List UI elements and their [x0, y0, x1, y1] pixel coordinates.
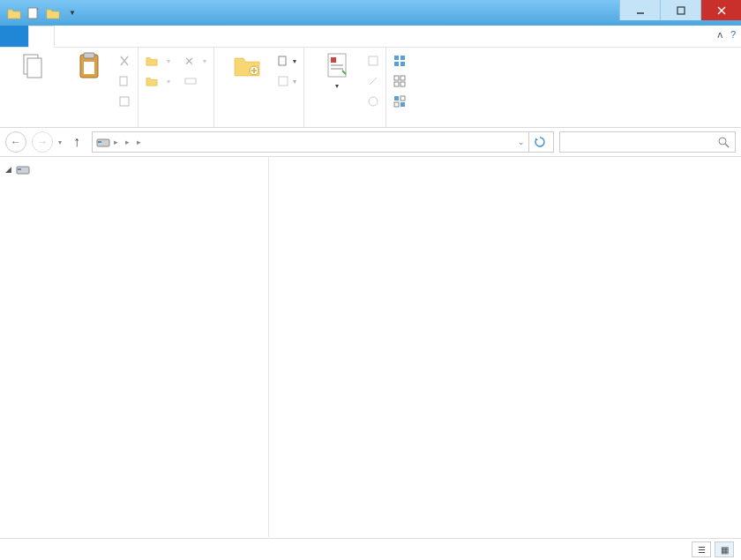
view-switch: ☰ ▦ [692, 541, 734, 557]
svg-rect-10 [120, 77, 127, 86]
collapse-icon[interactable]: ◢ [4, 165, 12, 174]
file-tab[interactable] [0, 26, 28, 47]
svg-point-36 [719, 138, 726, 145]
svg-rect-8 [84, 53, 94, 58]
forward-button[interactable]: → [32, 131, 53, 153]
address-dropdown-icon[interactable]: ⌄ [518, 138, 525, 146]
svg-rect-9 [84, 62, 94, 74]
status-bar: ☰ ▦ [0, 538, 741, 560]
svg-line-37 [725, 144, 729, 147]
move-to-button[interactable]: ▾ [146, 51, 170, 71]
svg-rect-20 [369, 56, 378, 65]
svg-rect-0 [28, 8, 37, 19]
help-icon[interactable]: ? [730, 29, 736, 41]
paste-shortcut-button[interactable] [118, 92, 131, 111]
invert-selection-button[interactable] [393, 92, 410, 111]
search-input[interactable] [559, 131, 736, 153]
copy-button[interactable] [7, 51, 58, 82]
details-view-button[interactable]: ☰ [692, 541, 711, 557]
icons-view-button[interactable]: ▦ [715, 541, 734, 557]
new-group: ▾ ▾ [214, 48, 304, 127]
maximize-button[interactable] [660, 0, 700, 20]
svg-rect-6 [27, 58, 41, 78]
history-button[interactable] [368, 92, 378, 111]
svg-rect-28 [394, 82, 399, 86]
home-tab[interactable] [28, 26, 55, 48]
ribbon-tabs: ʌ ? [0, 26, 741, 48]
chevron-up-icon: ʌ [717, 29, 723, 41]
quick-access-toolbar: ▼ [0, 5, 81, 21]
qat-dropdown-icon[interactable]: ▼ [64, 5, 81, 21]
new-item-button[interactable]: ▾ [278, 51, 296, 71]
titlebar: ▼ [0, 0, 741, 26]
svg-rect-27 [400, 76, 405, 80]
svg-rect-31 [400, 96, 405, 101]
file-pane[interactable] [269, 157, 741, 537]
easy-access-button[interactable]: ▾ [278, 71, 296, 91]
edit-button[interactable] [368, 71, 378, 91]
svg-rect-2 [677, 7, 685, 14]
new-folder-button[interactable] [221, 51, 273, 82]
copy-path-button[interactable] [118, 71, 131, 91]
organize-group: ▾ ▾ ✕▾ [138, 48, 214, 127]
svg-rect-30 [394, 96, 399, 101]
properties-button[interactable]: ▾ [311, 51, 363, 90]
svg-rect-39 [18, 168, 21, 170]
rename-button[interactable] [184, 71, 206, 91]
select-group [386, 48, 417, 127]
drive-icon [96, 136, 110, 148]
refresh-button[interactable] [528, 132, 550, 152]
paste-button[interactable] [64, 51, 115, 82]
folder-tree[interactable]: ◢ [0, 157, 269, 537]
navbar: ← → ▾ ↑ ▸ ▸ ▸ ⌄ [0, 128, 741, 157]
copy-to-button[interactable]: ▾ [146, 71, 170, 91]
svg-rect-33 [400, 102, 405, 107]
delete-button[interactable]: ✕▾ [184, 51, 206, 71]
svg-rect-23 [400, 56, 405, 60]
svg-rect-26 [394, 76, 399, 80]
svg-rect-32 [394, 102, 399, 107]
svg-rect-35 [98, 141, 101, 143]
open-group: ▾ [304, 48, 386, 127]
chevron-right-icon[interactable]: ▸ [137, 138, 141, 146]
minimize-button[interactable] [619, 0, 660, 20]
svg-rect-14 [279, 56, 286, 65]
view-tab[interactable] [79, 26, 104, 47]
svg-rect-15 [279, 77, 288, 86]
back-button[interactable]: ← [5, 131, 26, 153]
ribbon: ▾ ▾ ✕▾ ▾ ▾ [0, 48, 741, 128]
svg-rect-17 [331, 57, 336, 63]
cut-button[interactable] [118, 51, 131, 71]
svg-rect-22 [394, 56, 399, 60]
chevron-right-icon[interactable]: ▸ [125, 138, 130, 146]
window-controls [619, 0, 741, 20]
svg-rect-24 [394, 62, 399, 66]
svg-rect-11 [120, 97, 129, 106]
svg-rect-29 [400, 82, 405, 86]
folder-icon[interactable] [5, 5, 23, 21]
select-none-button[interactable] [393, 71, 410, 91]
chevron-right-icon[interactable]: ▸ [114, 138, 118, 146]
address-bar[interactable]: ▸ ▸ ▸ ⌄ [92, 131, 554, 153]
ribbon-collapse[interactable]: ʌ ? [717, 29, 736, 41]
up-button[interactable]: ↑ [67, 132, 86, 152]
svg-rect-12 [185, 78, 196, 84]
close-button[interactable] [700, 0, 741, 20]
body: ◢ [0, 157, 741, 537]
select-all-button[interactable] [393, 51, 410, 71]
svg-point-21 [369, 97, 378, 106]
history-dropdown-icon[interactable]: ▾ [58, 138, 62, 146]
search-icon [718, 137, 730, 148]
tree-root[interactable]: ◢ [0, 161, 268, 178]
clipboard-group [0, 48, 138, 127]
share-tab[interactable] [55, 26, 79, 47]
properties-icon[interactable] [25, 5, 42, 21]
open-button[interactable] [368, 51, 378, 71]
svg-rect-25 [400, 62, 405, 66]
new-folder-icon[interactable] [44, 5, 62, 21]
